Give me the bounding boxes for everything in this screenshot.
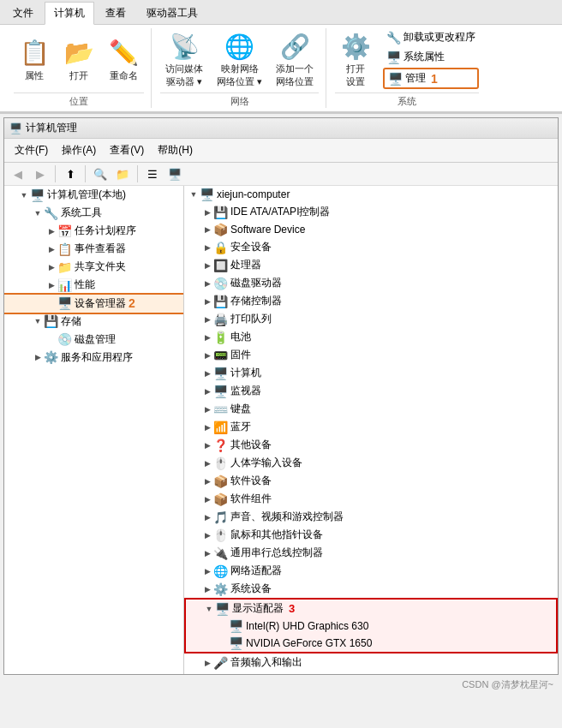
rtree-item-sw-device[interactable]: ▶ 📦 软件设备	[184, 472, 558, 490]
tab-computer[interactable]: 计算机	[45, 2, 94, 25]
rtree-item-mouse[interactable]: ▶ 🖱️ 鼠标和其他指针设备	[184, 526, 558, 544]
rtree-item-root[interactable]: ▼ 🖥️ xiejun-computer	[184, 186, 558, 203]
tree-item-event-viewer[interactable]: ▶ 📋 事件查看器	[4, 240, 183, 258]
footer-text: CSDN @清梦枕星河~	[462, 679, 553, 689]
ribbon-item-manage[interactable]: 🖥️ 管理 1	[383, 68, 479, 89]
rtree-item-computer[interactable]: ▶ 🖥️ 计算机	[184, 364, 558, 382]
device-manager-badge: 2	[129, 296, 135, 310]
device-manager-wrapper: 🖥️ 设备管理器 2	[4, 295, 183, 313]
map-label: 映射网络网络位置 ▾	[217, 63, 262, 88]
rtree-item-keyboard[interactable]: ▶ ⌨️ 键盘	[184, 400, 558, 418]
ribbon: 文件 计算机 查看 驱动器工具 📋 属性 📂 打开 ✏️ 重命名 位置	[0, 0, 562, 114]
map-icon: 🌐	[224, 31, 255, 62]
rtree-item-display-adapter[interactable]: ▼ 🖥️ 显示适配器 3	[186, 600, 556, 618]
tree-item-device-manager[interactable]: 🖥️ 设备管理器 2	[4, 295, 183, 313]
rtree-label-nvidia-gpu: NVIDIA GeForce GTX 1650	[246, 637, 372, 649]
tree-label-disk-mgmt: 磁盘管理	[75, 332, 116, 347]
rtree-label-network: 网络适配器	[230, 564, 282, 578]
tree-item-services[interactable]: ▶ ⚙️ 服务和应用程序	[4, 349, 183, 367]
rtree-item-intel-gpu[interactable]: 🖥️ Intel(R) UHD Graphics 630	[186, 618, 556, 635]
rtree-item-print[interactable]: ▶ 🖨️ 打印队列	[184, 310, 558, 328]
ribbon-item-properties[interactable]: 📋 属性	[14, 35, 55, 85]
tab-file[interactable]: 文件	[3, 2, 43, 24]
rtree-item-nvidia-gpu[interactable]: 🖥️ NVIDIA GeForce GTX 1650	[186, 635, 556, 652]
rtree-item-monitor[interactable]: ▶ 🖥️ 监视器	[184, 382, 558, 400]
tree-item-storage[interactable]: ▼ 💾 存储	[4, 313, 183, 331]
cm-title-icon: 🖥️	[9, 122, 22, 134]
ribbon-item-add-network[interactable]: 🔗 添加一个网络位置	[271, 28, 319, 91]
rtree-label-camera: 照相机	[230, 673, 261, 674]
ribbon-item-map[interactable]: 🌐 映射网络网络位置 ▾	[212, 28, 267, 91]
rtree-item-firmware[interactable]: ▶ 📟 固件	[184, 346, 558, 364]
ribbon-item-sysprops[interactable]: 🖥️ 系统属性	[383, 48, 479, 66]
toolbar-folders[interactable]: 📁	[112, 164, 133, 183]
tree-label-task-scheduler: 任务计划程序	[75, 224, 136, 238]
rtree-label-battery: 电池	[230, 330, 251, 344]
toolbar-search[interactable]: 🔍	[90, 164, 111, 183]
ribbon-item-uninstall[interactable]: 🔧 卸载或更改程序	[383, 28, 479, 46]
ribbon-item-open-settings[interactable]: ⚙️ 打开设置	[335, 28, 376, 91]
rtree-item-bluetooth[interactable]: ▶ 📶 蓝牙	[184, 418, 558, 436]
rtree-item-audio[interactable]: ▶ 🎤 音频输入和输出	[184, 653, 558, 671]
toolbar-computer[interactable]: 🖥️	[164, 164, 185, 183]
uninstall-icon: 🔧	[386, 31, 401, 45]
rtree-item-cpu[interactable]: ▶ 🔲 处理器	[184, 256, 558, 274]
open-settings-icon: ⚙️	[340, 31, 371, 62]
toolbar-up[interactable]: ⬆	[60, 164, 81, 183]
rtree-item-other[interactable]: ▶ ❓ 其他设备	[184, 436, 558, 454]
sysprops-label: 系统属性	[404, 50, 445, 64]
tab-driver-tools[interactable]: 驱动器工具	[137, 2, 207, 24]
rtree-item-storage-ctrl[interactable]: ▶ 💾 存储控制器	[184, 292, 558, 310]
rtree-item-usb[interactable]: ▶ 🔌 通用串行总线控制器	[184, 544, 558, 562]
rtree-label-mouse: 鼠标和其他指针设备	[230, 528, 323, 542]
ribbon-item-open[interactable]: 📂 打开	[58, 35, 99, 85]
tree-item-disk-mgmt[interactable]: 💿 磁盘管理	[4, 331, 183, 349]
cm-title-text: 计算机管理	[26, 121, 77, 135]
ribbon-item-media[interactable]: 📡 访问媒体驱动器 ▾	[160, 28, 208, 91]
tree-item-task-scheduler[interactable]: ▶ 📅 任务计划程序	[4, 222, 183, 240]
properties-icon: 📋	[19, 38, 50, 69]
rtree-item-disk[interactable]: ▶ 💿 磁盘驱动器	[184, 274, 558, 292]
rtree-label-print: 打印队列	[230, 312, 272, 326]
rtree-item-camera[interactable]: ▶ 📷 照相机	[184, 671, 558, 674]
rtree-item-sys-devices[interactable]: ▶ ⚙️ 系统设备	[184, 580, 558, 598]
tree-item-performance[interactable]: ▶ 📊 性能	[4, 276, 183, 294]
tree-item-shared-folders[interactable]: ▶ 📁 共享文件夹	[4, 258, 183, 276]
rtree-item-security[interactable]: ▶ 🔒 安全设备	[184, 238, 558, 256]
rtree-item-hid[interactable]: ▶ 🖱️ 人体学输入设备	[184, 454, 558, 472]
menu-action[interactable]: 操作(A)	[55, 140, 103, 160]
rtree-label-sound: 声音、视频和游戏控制器	[230, 510, 344, 524]
rtree-item-battery[interactable]: ▶ 🔋 电池	[184, 328, 558, 346]
tree-label-system-tools: 系统工具	[61, 206, 102, 220]
menu-help[interactable]: 帮助(H)	[151, 140, 200, 160]
rtree-item-sw-component[interactable]: ▶ 📦 软件组件	[184, 490, 558, 508]
rtree-label-sw-component: 软件组件	[230, 492, 272, 506]
ribbon-item-rename[interactable]: ✏️ 重命名	[103, 35, 144, 85]
menu-file[interactable]: 文件(F)	[8, 140, 55, 160]
sysprops-icon: 🖥️	[386, 51, 401, 64]
system-small-items: 🔧 卸载或更改程序 🖥️ 系统属性 🖥️ 管理 1	[383, 28, 479, 89]
tab-view[interactable]: 查看	[96, 2, 135, 24]
rtree-label-hid: 人体学输入设备	[230, 456, 302, 470]
rtree-label-monitor: 监视器	[230, 384, 261, 398]
rtree-item-network[interactable]: ▶ 🌐 网络适配器	[184, 562, 558, 580]
rtree-label-root: xiejun-computer	[217, 188, 290, 200]
toolbar-separator-1	[55, 165, 56, 182]
rtree-item-ide[interactable]: ▶ 💾 IDE ATA/ATAPI控制器	[184, 203, 558, 221]
tree-label-device-manager: 设备管理器	[75, 296, 126, 311]
menu-view[interactable]: 查看(V)	[103, 140, 151, 160]
manage-badge: 1	[431, 72, 438, 86]
toolbar-back[interactable]: ◀	[8, 164, 28, 183]
open-icon: 📂	[63, 38, 94, 69]
tree-item-system-tools[interactable]: ▼ 🔧 系统工具	[4, 204, 183, 222]
cm-toolbar: ◀ ▶ ⬆ 🔍 📁 ☰ 🖥️	[4, 163, 558, 186]
rtree-item-sound[interactable]: ▶ 🎵 声音、视频和游戏控制器	[184, 508, 558, 526]
rtree-item-software-device[interactable]: ▶ 📦 Software Device	[184, 221, 558, 238]
toolbar-forward[interactable]: ▶	[30, 164, 51, 183]
toolbar-separator-2	[85, 165, 86, 182]
toolbar-views[interactable]: ☰	[142, 164, 163, 183]
rtree-label-sw-device: 软件设备	[230, 474, 272, 488]
tree-item-root[interactable]: ▼ 🖥️ 计算机管理(本地)	[4, 186, 183, 204]
left-pane: ▼ 🖥️ 计算机管理(本地) ▼ 🔧 系统工具 ▶ 📅 任务计划程序	[4, 186, 184, 674]
open-settings-label: 打开设置	[346, 63, 365, 88]
